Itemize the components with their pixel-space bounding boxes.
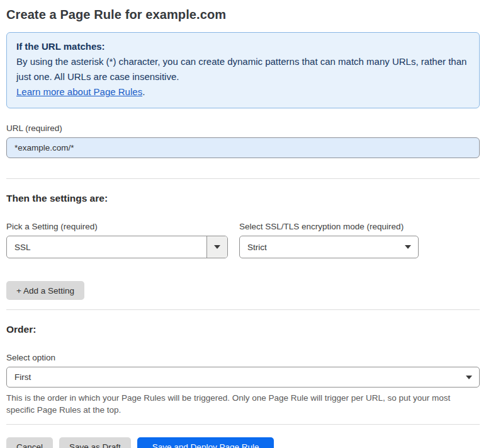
setting-select-label: Pick a Setting (required) (6, 222, 228, 231)
order-heading: Order: (6, 324, 480, 335)
settings-selects-row: Pick a Setting (required) SSL Select SSL… (6, 222, 480, 258)
order-select-value: First (7, 372, 458, 382)
mode-select-group: Select SSL/TLS encryption mode (required… (239, 222, 419, 258)
divider (6, 178, 480, 179)
order-select-label: Select option (6, 353, 480, 362)
mode-select-value: Strict (240, 243, 397, 252)
setting-select[interactable]: SSL (6, 236, 228, 258)
footer-buttons: Cancel Save as Draft Save and Deploy Pag… (6, 437, 480, 448)
order-select-arrow (458, 376, 479, 379)
mode-select-arrow (397, 245, 418, 249)
divider (6, 424, 480, 425)
url-match-info-box: If the URL matches: By using the asteris… (6, 32, 480, 108)
learn-more-link[interactable]: Learn more about Page Rules (16, 86, 142, 97)
add-setting-button[interactable]: + Add a Setting (6, 281, 84, 300)
save-draft-button[interactable]: Save as Draft (59, 437, 131, 448)
save-deploy-button[interactable]: Save and Deploy Page Rule (137, 437, 274, 448)
settings-heading: Then the settings are: (6, 193, 480, 204)
mode-select[interactable]: Strict (239, 236, 419, 258)
info-box-body: By using the asterisk (*) character, you… (16, 54, 470, 84)
setting-select-value: SSL (7, 243, 206, 252)
url-label: URL (required) (6, 123, 480, 133)
cancel-button[interactable]: Cancel (6, 437, 53, 448)
link-period: . (142, 86, 145, 97)
setting-select-group: Pick a Setting (required) SSL (6, 222, 228, 258)
info-box-heading: If the URL matches: (16, 39, 470, 54)
info-link-line: Learn more about Page Rules. (16, 84, 470, 100)
url-input[interactable] (6, 137, 480, 158)
setting-select-arrow-button[interactable] (206, 236, 227, 258)
chevron-down-icon (466, 376, 472, 379)
order-select[interactable]: First (6, 367, 480, 388)
order-help-text: This is the order in which your Page Rul… (6, 392, 480, 416)
chevron-down-icon (214, 245, 220, 249)
mode-select-label: Select SSL/TLS encryption mode (required… (239, 222, 419, 231)
chevron-down-icon (405, 245, 411, 249)
divider (6, 309, 480, 310)
page-rule-form: Create a Page Rule for example.com If th… (0, 0, 486, 448)
page-title: Create a Page Rule for example.com (6, 8, 480, 22)
